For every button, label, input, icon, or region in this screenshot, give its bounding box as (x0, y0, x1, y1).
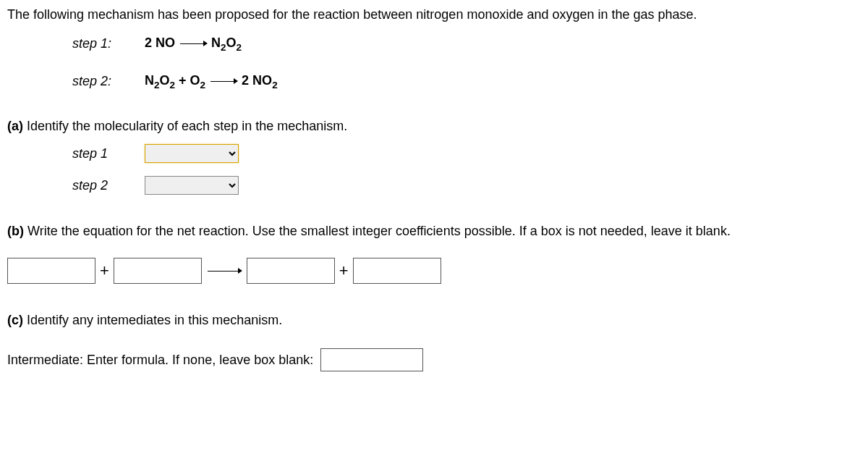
step-1-row: step 1: 2 NO N2O2 (72, 35, 861, 53)
part-b-prompt: Write the equation for the net reaction.… (24, 224, 731, 238)
step-2-row: step 2: N2O2 + O2 2 NO2 (72, 73, 861, 91)
reactant-1-input[interactable] (7, 258, 95, 284)
part-a-step1-row: step 1 (72, 144, 861, 163)
intermediate-row: Intermediate: Enter formula. If none, le… (7, 348, 861, 371)
part-c-marker: (c) (7, 313, 23, 327)
s2-sub2: 2 (170, 79, 176, 90)
s2-sub1: 2 (154, 79, 160, 90)
part-c-section: (c) Identify any intemediates in this me… (7, 313, 861, 371)
net-equation-row: + + (7, 258, 861, 284)
part-a-prompt: Identify the molecularity of each step i… (23, 119, 347, 133)
reactant-2-input[interactable] (114, 258, 202, 284)
s2-rhs-sub: 2 (272, 79, 278, 90)
intro-text: The following mechanism has been propose… (7, 7, 861, 22)
part-a-step1-label: step 1 (72, 146, 145, 161)
s2-sub3: 2 (200, 79, 206, 90)
step-1-equation: 2 NO N2O2 (145, 35, 242, 53)
step1-molecularity-select[interactable] (145, 144, 239, 163)
part-a-step2-row: step 2 (72, 176, 861, 195)
step-2-label: step 2: (72, 74, 145, 89)
step2-molecularity-select[interactable] (145, 176, 239, 195)
reaction-arrow-icon (206, 264, 242, 278)
step1-rhs-sub2: 2 (237, 42, 242, 53)
step1-lhs: 2 NO (145, 35, 175, 50)
part-c-prompt: Identify any intemediates in this mechan… (23, 313, 282, 327)
step1-rhs-sub1: 2 (221, 42, 226, 53)
s2-n: N (145, 73, 154, 88)
product-1-input[interactable] (247, 258, 335, 284)
step-1-label: step 1: (72, 36, 145, 51)
step1-rhs-o: O (226, 35, 237, 50)
step1-rhs-n: N (211, 35, 221, 50)
product-2-input[interactable] (353, 258, 441, 284)
part-b-section: (b) Write the equation for the net react… (7, 224, 861, 284)
part-a-step2-label: step 2 (72, 178, 145, 193)
part-a-section: (a) Identify the molecularity of each st… (7, 119, 861, 195)
s2-plus: + O (175, 73, 200, 88)
intermediate-input[interactable] (320, 348, 423, 371)
plus-sign: + (100, 261, 109, 280)
step-2-equation: N2O2 + O2 2 NO2 (145, 73, 278, 91)
s2-rhs: 2 NO (242, 73, 272, 88)
plus-sign: + (339, 261, 349, 280)
part-b-marker: (b) (7, 224, 24, 238)
part-a-marker: (a) (7, 119, 23, 133)
intermediate-label: Intermediate: Enter formula. If none, le… (7, 353, 313, 368)
s2-o: O (160, 73, 170, 88)
